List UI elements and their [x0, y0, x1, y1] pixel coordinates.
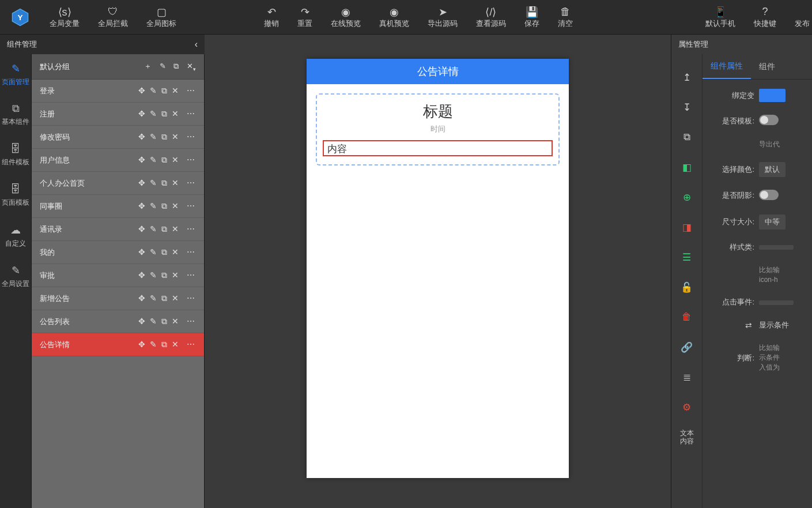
page-row[interactable]: 同事圈✥✎⧉✕⋯ — [32, 195, 204, 218]
more-icon[interactable]: ⋯ — [187, 224, 196, 234]
upload-icon[interactable]: ↥ — [677, 67, 697, 88]
real-preview-button[interactable]: ◉真机预览 — [370, 3, 418, 31]
tab-page-template[interactable]: 🗄页面模板 — [0, 175, 31, 216]
edit-icon[interactable]: ✎ — [150, 224, 157, 234]
move-icon[interactable]: ✥ — [138, 201, 145, 210]
layers-icon[interactable]: ≣ — [677, 367, 697, 387]
size-select[interactable]: 中等 — [759, 215, 785, 229]
edit-icon[interactable]: ✎ — [150, 270, 157, 280]
delete-icon[interactable]: ✕ — [172, 86, 179, 95]
move-icon[interactable]: ✥ — [138, 340, 145, 349]
more-icon[interactable]: ⋯ — [187, 293, 196, 303]
more-icon[interactable]: ⋯ — [187, 132, 196, 141]
global-icon-button[interactable]: ▢全局图标 — [137, 3, 186, 31]
page-row[interactable]: 注册✥✎⧉✕⋯ — [32, 103, 204, 126]
edit-icon[interactable]: ✎ — [150, 178, 157, 187]
move-icon[interactable]: ✥ — [138, 270, 145, 280]
move-icon[interactable]: ✥ — [138, 247, 145, 257]
tab-global-setting[interactable]: ✎全局设置 — [0, 256, 31, 296]
copy-icon[interactable]: ⧉ — [161, 224, 167, 234]
move-icon[interactable]: ✥ — [138, 109, 145, 118]
copy-group-icon[interactable]: ⧉ — [173, 62, 179, 70]
add-page-icon[interactable]: ＋ — [144, 62, 152, 70]
bind-var-button[interactable] — [759, 89, 785, 102]
plugin-out-icon[interactable]: ◧ — [677, 157, 697, 178]
move-icon[interactable]: ✥ — [138, 86, 145, 95]
page-row[interactable]: 通讯录✥✎⧉✕⋯ — [32, 218, 204, 241]
move-icon[interactable]: ✥ — [138, 178, 145, 187]
more-icon[interactable]: ⋯ — [187, 201, 196, 210]
copy-icon[interactable]: ⧉ — [161, 293, 167, 303]
edit-icon[interactable]: ✎ — [150, 109, 157, 118]
copy-icon[interactable]: ⧉ — [161, 132, 167, 141]
click-event-input[interactable] — [759, 300, 794, 305]
move-icon[interactable]: ✥ — [138, 293, 145, 303]
copy-icon[interactable]: ⧉ — [161, 317, 167, 326]
page-row[interactable]: 公告列表✥✎⧉✕⋯ — [32, 310, 204, 333]
canvas-area[interactable]: 公告详情 标题 时间 内容 — [205, 35, 671, 508]
announcement-card[interactable]: 标题 时间 内容 — [316, 93, 560, 165]
more-icon[interactable]: ⋯ — [187, 178, 196, 187]
edit-icon[interactable]: ✎ — [150, 293, 157, 303]
delete-icon[interactable]: ✕ — [172, 293, 179, 303]
color-select[interactable]: 默认 — [759, 162, 785, 177]
default-phone-button[interactable]: 📱默认手机 — [696, 3, 745, 31]
delete-icon[interactable]: ✕ — [172, 201, 179, 210]
tab-custom[interactable]: ☁自定义 — [0, 216, 31, 256]
copy-icon[interactable]: ⧉ — [161, 178, 167, 187]
show-condition-label[interactable]: 显示条件 — [759, 320, 805, 330]
more-icon[interactable]: ⋯ — [187, 109, 196, 118]
delete-icon[interactable]: 🗑 — [677, 307, 697, 328]
move-icon[interactable]: ✥ — [138, 224, 145, 234]
shadow-switch[interactable] — [759, 190, 779, 200]
clear-button[interactable]: 🗑清空 — [549, 3, 582, 31]
undo-button[interactable]: ↶撤销 — [255, 3, 288, 31]
tab-component-template[interactable]: 🗄组件模板 — [0, 135, 31, 175]
edit-icon[interactable]: ✎ — [150, 132, 157, 141]
move-icon[interactable]: ✥ — [138, 317, 145, 326]
tab-page-manage[interactable]: ✎页面管理 — [0, 54, 31, 95]
card-title[interactable]: 标题 — [323, 101, 553, 122]
save-button[interactable]: 💾保存 — [515, 3, 549, 31]
delete-icon[interactable]: ✕ — [172, 109, 179, 118]
copy-icon[interactable]: ⧉ — [161, 155, 167, 164]
more-icon[interactable]: ⋯ — [187, 86, 196, 95]
copy-icon[interactable]: ⧉ — [161, 201, 167, 210]
file-add-icon[interactable]: ⊕ — [677, 187, 697, 208]
publish-button[interactable]: 发布 — [785, 3, 812, 31]
more-icon[interactable]: ⋯ — [187, 270, 196, 280]
page-row[interactable]: 我的✥✎⧉✕⋯ — [32, 241, 204, 264]
download-icon[interactable]: ↧ — [677, 97, 697, 118]
edit-icon[interactable]: ✎ — [150, 247, 157, 257]
more-icon[interactable]: ⋯ — [187, 155, 196, 164]
edit-icon[interactable]: ✎ — [150, 86, 157, 95]
global-intercept-button[interactable]: 🛡全局拦截 — [89, 3, 137, 31]
delete-icon[interactable]: ✕ — [172, 270, 179, 280]
page-row[interactable]: 修改密码✥✎⧉✕⋯ — [32, 126, 204, 149]
more-icon[interactable]: ⋯ — [187, 340, 196, 349]
page-row[interactable]: 个人办公首页✥✎⧉✕⋯ — [32, 172, 204, 195]
link-icon[interactable]: 🔗 — [677, 337, 697, 358]
delete-group-icon[interactable]: ✕▾ — [187, 62, 196, 70]
page-row[interactable]: 新增公告✥✎⧉✕⋯ — [32, 287, 204, 310]
export-source-button[interactable]: ➤导出源码 — [418, 3, 467, 31]
edit-group-icon[interactable]: ✎ — [160, 62, 166, 70]
edit-icon[interactable]: ✎ — [150, 340, 157, 349]
move-icon[interactable]: ✥ — [138, 155, 145, 164]
collapse-left-icon[interactable]: ‹ — [195, 39, 198, 50]
copy-icon[interactable]: ⧉ — [161, 109, 167, 118]
edit-icon[interactable]: ✎ — [150, 201, 157, 210]
phone-header[interactable]: 公告详情 — [307, 59, 569, 84]
global-var-button[interactable]: ⟨s⟩全局变量 — [40, 3, 89, 31]
page-row[interactable]: 用户信息✥✎⧉✕⋯ — [32, 149, 204, 172]
copy-icon[interactable]: ⧉ — [161, 86, 167, 95]
unlock-icon[interactable]: 🔓 — [677, 277, 697, 298]
copy-icon[interactable]: ⧉ — [161, 247, 167, 257]
tab-component-other[interactable]: 组件 — [751, 54, 783, 79]
card-time[interactable]: 时间 — [323, 124, 553, 134]
plugin-in-icon[interactable]: ◨ — [677, 217, 697, 238]
settings-icon[interactable]: ⚙ — [677, 397, 697, 417]
page-row[interactable]: 审批✥✎⧉✕⋯ — [32, 264, 204, 287]
edit-icon[interactable]: ✎ — [150, 317, 157, 326]
shortcut-button[interactable]: ?快捷键 — [745, 3, 785, 31]
